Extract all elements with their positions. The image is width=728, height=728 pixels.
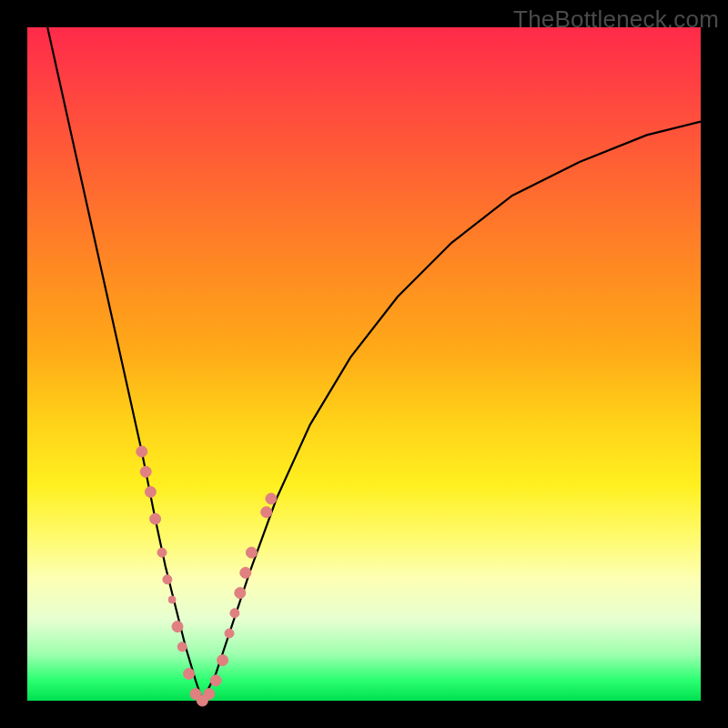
data-point [168, 596, 176, 603]
plot-area [27, 27, 701, 701]
data-point [261, 507, 272, 518]
data-point [184, 668, 195, 679]
chart-frame: TheBottleneck.com [0, 0, 728, 728]
curve-left-branch [47, 27, 202, 701]
data-point [240, 567, 251, 578]
chart-svg [27, 27, 701, 701]
data-point [217, 655, 228, 666]
scatter-points [136, 446, 277, 706]
data-point [266, 493, 277, 504]
data-point [210, 675, 221, 686]
data-point [140, 466, 151, 477]
data-point [230, 609, 239, 618]
data-point [145, 487, 156, 498]
curve-right-branch [202, 122, 701, 701]
data-point [150, 513, 161, 524]
watermark: TheBottleneck.com [513, 5, 719, 34]
data-point [225, 629, 234, 638]
data-point [157, 548, 167, 557]
data-point [172, 622, 183, 632]
data-point [204, 689, 215, 700]
data-point [177, 642, 187, 652]
data-point [163, 575, 172, 584]
data-point [136, 446, 147, 457]
data-point [235, 588, 246, 599]
data-point [246, 547, 257, 558]
